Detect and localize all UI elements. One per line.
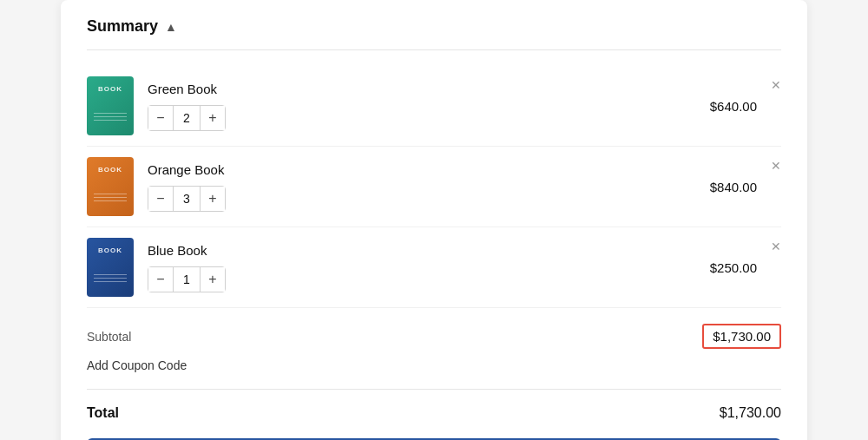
item-name-orange-book: Orange Book [148, 162, 687, 177]
summary-header: Summary ▲ [87, 17, 781, 50]
item-name-green-book: Green Book [148, 82, 687, 96]
item-info-green-book: Green Book − 2 + [134, 82, 687, 131]
qty-decrement-orange-book[interactable]: − [148, 187, 173, 211]
book-label: BOOK [87, 85, 134, 93]
subtotal-value: $1,730.00 [702, 324, 781, 349]
qty-value-green-book: 2 [173, 106, 201, 130]
summary-title: Summary [87, 17, 158, 36]
item-thumbnail-blue-book: BOOK [87, 238, 134, 297]
item-info-blue-book: Blue Book − 1 + [134, 243, 687, 292]
remove-button-green-book[interactable]: ✕ [757, 76, 781, 92]
qty-control-blue-book: − 1 + [148, 266, 226, 292]
item-thumbnail-orange-book: BOOK [87, 157, 134, 216]
qty-value-orange-book: 3 [173, 187, 201, 211]
item-thumbnail-green-book: BOOK [87, 76, 134, 135]
total-row: Total $1,730.00 [87, 390, 781, 438]
qty-control-orange-book: − 3 + [148, 186, 226, 212]
item-name-blue-book: Blue Book [148, 243, 687, 258]
book-label: BOOK [87, 246, 134, 254]
subtotal-row: Subtotal $1,730.00 [87, 308, 781, 354]
chevron-up-icon: ▲ [165, 20, 177, 34]
item-price-green-book: $640.00 [687, 99, 757, 114]
close-icon: ✕ [771, 78, 781, 92]
item-price-blue-book: $250.00 [687, 260, 757, 275]
subtotal-label: Subtotal [87, 330, 131, 344]
qty-increment-orange-book[interactable]: + [201, 187, 225, 211]
close-icon: ✕ [771, 240, 781, 253]
book-label: BOOK [87, 166, 134, 174]
remove-button-blue-book[interactable]: ✕ [757, 238, 781, 253]
total-label: Total [87, 405, 119, 421]
items-list: BOOK Green Book − 2 + $640.00 ✕ BOO [87, 66, 781, 308]
remove-button-orange-book[interactable]: ✕ [757, 157, 781, 173]
item-row-blue-book: BOOK Blue Book − 1 + $250.00 ✕ [87, 227, 781, 308]
close-icon: ✕ [771, 159, 781, 173]
qty-value-blue-book: 1 [173, 267, 201, 292]
item-row-orange-book: BOOK Orange Book − 3 + $840.00 ✕ [87, 147, 781, 227]
qty-decrement-green-book[interactable]: − [148, 106, 173, 130]
qty-decrement-blue-book[interactable]: − [148, 267, 173, 292]
item-price-orange-book: $840.00 [687, 180, 757, 194]
item-row-green-book: BOOK Green Book − 2 + $640.00 ✕ [87, 66, 781, 147]
add-coupon-link[interactable]: Add Coupon Code [87, 358, 187, 372]
item-info-orange-book: Orange Book − 3 + [134, 162, 687, 212]
qty-increment-blue-book[interactable]: + [201, 267, 225, 292]
coupon-row: Add Coupon Code [87, 354, 781, 390]
qty-increment-green-book[interactable]: + [201, 106, 225, 130]
qty-control-green-book: − 2 + [148, 105, 226, 131]
total-value: $1,730.00 [720, 405, 781, 421]
summary-card: Summary ▲ BOOK Green Book − 2 + $640.00 [61, 0, 807, 440]
